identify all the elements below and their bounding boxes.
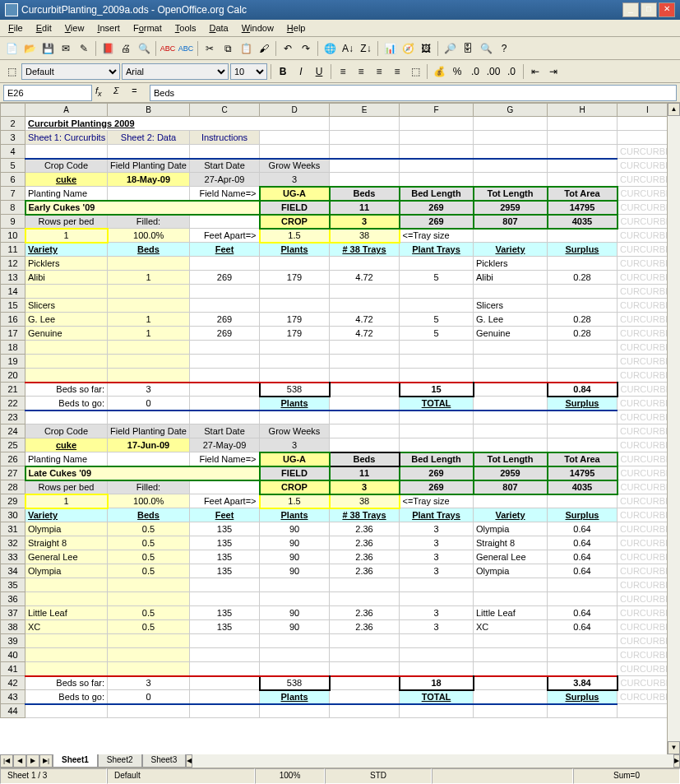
style-select[interactable]: Default — [21, 63, 120, 80]
menu-window[interactable]: Window — [237, 21, 279, 35]
menu-help[interactable]: Help — [282, 21, 311, 35]
table-row[interactable]: 31 Olympia0.5 135902.36 3Olympia0.64 CUR… — [1, 522, 668, 536]
scroll-up-icon[interactable]: ▲ — [668, 103, 680, 116]
fx-icon[interactable]: fx — [95, 86, 110, 100]
vertical-scrollbar[interactable]: ▲ ▼ — [667, 103, 680, 754]
spreadsheet-grid[interactable]: ABC DEF GHI 2Curcurbit Plantings 2009 3S… — [0, 103, 680, 754]
find-icon[interactable]: 🔎 — [442, 40, 458, 57]
redo-icon[interactable]: ↷ — [298, 40, 314, 57]
sheet-nav-button[interactable]: Instructions — [190, 131, 260, 145]
autospell-icon[interactable]: ABC — [178, 40, 194, 57]
table-row[interactable]: 17 Genuine1 2691794.72 5Genuine0.28 CURC… — [1, 327, 668, 341]
sheet-tab[interactable]: Sheet1 — [53, 754, 98, 768]
table-row[interactable]: 35 CURCURBITS — [1, 578, 668, 592]
scroll-left-icon[interactable]: ◀ — [186, 754, 192, 768]
preview-icon[interactable]: 🔍 — [136, 40, 152, 57]
underline-button[interactable]: U — [311, 63, 327, 80]
align-right-icon[interactable]: ≡ — [371, 63, 387, 80]
name-box[interactable] — [3, 85, 92, 101]
table-row[interactable]: 32 Straight 80.5 135902.36 3Straight 80.… — [1, 536, 668, 550]
edit-icon[interactable]: ✎ — [76, 40, 92, 57]
pdf-icon[interactable]: 📕 — [99, 40, 116, 57]
scroll-right-icon[interactable]: ▶ — [673, 754, 680, 768]
email-icon[interactable]: ✉ — [58, 40, 74, 57]
table-row[interactable]: 13 Alibi1 2691794.72 5Alibi0.28 CURCURBI… — [1, 271, 668, 285]
menu-edit[interactable]: Edit — [31, 21, 57, 35]
horizontal-scrollbar[interactable]: ◀ ▶ — [186, 754, 680, 768]
percent-icon[interactable]: % — [449, 63, 465, 80]
table-row[interactable]: 38 XC0.5 135902.36 3XC0.64 CURCURBITS — [1, 620, 668, 634]
next-sheet-icon[interactable]: ▶ — [26, 754, 39, 768]
italic-button[interactable]: I — [293, 63, 309, 80]
fontsize-select[interactable]: 10 — [230, 63, 267, 80]
sheet-tab[interactable]: Sheet3 — [142, 754, 187, 768]
table-row[interactable]: 18 CURCURBITS — [1, 341, 668, 355]
menu-file[interactable]: File — [3, 21, 28, 35]
table-row[interactable]: 37 Little Leaf0.5 135902.36 3Little Leaf… — [1, 606, 668, 620]
chart-icon[interactable]: 📊 — [382, 40, 398, 57]
align-justify-icon[interactable]: ≡ — [389, 63, 405, 80]
hyperlink-icon[interactable]: 🌐 — [321, 40, 338, 57]
font-select[interactable]: Arial — [122, 63, 229, 80]
table-row[interactable]: 15 Slicers Slicers CURCURBITS — [1, 299, 668, 313]
styles-icon[interactable]: ⬚ — [3, 63, 20, 80]
navigator-icon[interactable]: 🧭 — [400, 40, 416, 57]
save-icon[interactable]: 💾 — [39, 40, 56, 57]
add-decimal-icon[interactable]: .00 — [485, 63, 502, 80]
menu-data[interactable]: Data — [204, 21, 233, 35]
status-zoom[interactable]: 100% — [255, 768, 325, 784]
formula-input[interactable] — [150, 85, 677, 101]
last-sheet-icon[interactable]: ▶| — [39, 754, 53, 768]
menu-insert[interactable]: Insert — [92, 21, 125, 35]
copy-icon[interactable]: ⧉ — [220, 40, 236, 57]
merge-icon[interactable]: ⬚ — [407, 63, 423, 80]
column-headers[interactable]: ABC DEF GHI — [1, 104, 668, 117]
undo-icon[interactable]: ↶ — [280, 40, 296, 57]
table-row[interactable]: 34 Olympia0.5 135902.36 3Olympia0.64 CUR… — [1, 564, 668, 578]
sort-asc-icon[interactable]: A↓ — [340, 40, 356, 57]
table-row[interactable]: 16 G. Lee1 2691794.72 5G. Lee0.28 CURCUR… — [1, 313, 668, 327]
equals-icon[interactable]: = — [132, 86, 146, 100]
table-row[interactable]: 39 CURCURBITS — [1, 634, 668, 648]
cut-icon[interactable]: ✂ — [201, 40, 218, 57]
menu-view[interactable]: View — [60, 21, 90, 35]
print-icon[interactable]: 🖨 — [118, 40, 134, 57]
sheet-tab[interactable]: Sheet2 — [98, 754, 142, 768]
table-row[interactable]: 20 CURCURBITS — [1, 369, 668, 383]
minimize-button[interactable]: _ — [622, 2, 639, 17]
table-row[interactable]: 40 CURCURBITS — [1, 648, 668, 662]
prev-sheet-icon[interactable]: ◀ — [13, 754, 26, 768]
table-row[interactable]: 12 Picklers Picklers CURCURBITS — [1, 257, 668, 271]
align-center-icon[interactable]: ≡ — [353, 63, 369, 80]
currency-icon[interactable]: 💰 — [431, 63, 447, 80]
table-row[interactable]: 19 CURCURBITS — [1, 355, 668, 369]
sheet-nav-button[interactable]: Sheet 2: Data — [108, 131, 190, 145]
decrease-indent-icon[interactable]: ⇤ — [527, 63, 544, 80]
sum-icon[interactable]: Σ — [113, 86, 128, 100]
bold-button[interactable]: B — [275, 63, 291, 80]
data-source-icon[interactable]: 🗄 — [460, 40, 476, 57]
align-left-icon[interactable]: ≡ — [335, 63, 351, 80]
gallery-icon[interactable]: 🖼 — [418, 40, 434, 57]
table-row[interactable]: 41 CURCURBITS — [1, 662, 668, 676]
sort-desc-icon[interactable]: Z↓ — [358, 40, 374, 57]
open-icon[interactable]: 📂 — [21, 40, 38, 57]
menu-format[interactable]: Format — [128, 21, 167, 35]
number-icon[interactable]: .0 — [467, 63, 483, 80]
scroll-down-icon[interactable]: ▼ — [668, 741, 680, 754]
maximize-button[interactable]: □ — [641, 2, 657, 17]
table-row[interactable]: 36 CURCURBITS — [1, 592, 668, 606]
increase-indent-icon[interactable]: ⇥ — [545, 63, 562, 80]
table-row[interactable]: 33 General Lee0.5 135902.36 3General Lee… — [1, 550, 668, 564]
format-paint-icon[interactable]: 🖌 — [256, 40, 272, 57]
table-row[interactable]: 14 CURCURBITS — [1, 285, 668, 299]
new-icon[interactable]: 📄 — [3, 40, 20, 57]
menu-tools[interactable]: Tools — [170, 21, 201, 35]
close-button[interactable]: ✕ — [659, 2, 675, 17]
remove-decimal-icon[interactable]: .0 — [503, 63, 520, 80]
spellcheck-icon[interactable]: ABC — [160, 40, 176, 57]
help-icon[interactable]: ? — [496, 40, 512, 57]
paste-icon[interactable]: 📋 — [238, 40, 254, 57]
first-sheet-icon[interactable]: |◀ — [0, 754, 13, 768]
sheet-nav-button[interactable]: Sheet 1: Curcurbits — [25, 131, 108, 145]
